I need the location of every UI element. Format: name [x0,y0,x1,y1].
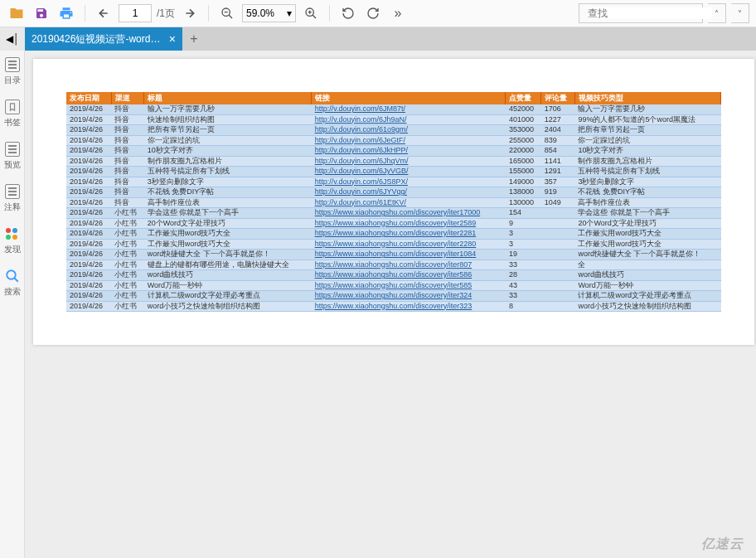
sidebar-label: 注释 [4,201,21,213]
table-row: 2019/4/26小红书工作最实用word技巧大全https://www.xia… [66,239,721,250]
print-button[interactable] [56,3,76,23]
link-cell[interactable]: https://www.xiaohongshu.com/discovery/it… [312,239,506,250]
prev-page-button[interactable] [94,3,114,23]
rotate-left-button[interactable] [338,3,358,23]
table-row: 2019/4/26小红书word小技巧之快速绘制组织结构图https://www… [66,301,721,312]
table-cell: 19 [506,250,541,260]
table-cell: 小红书 [111,229,143,240]
link-cell[interactable]: http://v.douyin.com/6Jh9aN/ [312,114,506,125]
search-next-button[interactable]: ˅ [731,3,749,23]
link-cell[interactable]: http://v.douyin.com/61EtKV/ [312,197,506,208]
zoom-out-button[interactable] [217,3,237,23]
table-row: 2019/4/26小红书计算机二级word文字处理必考重点https://www… [66,291,721,302]
link-cell[interactable]: http://v.douyin.com/6JhqVm/ [312,156,506,167]
table-cell: 3秒竖向删除文字 [144,177,312,187]
sidebar-discover[interactable]: 发现 [0,220,25,262]
table-cell [541,218,575,229]
table-cell: 计算机二级word文字处理必考重点 [144,291,312,302]
divider [208,5,209,22]
rotate-right-button[interactable] [363,3,383,23]
sidebar-preview[interactable]: 预览 [0,135,25,177]
page-number-input[interactable] [119,4,152,22]
table-cell: 学会这些 你就是下一个高手 [144,208,312,219]
table-cell: 99%的人都不知道的5个word黑魔法 [574,114,720,125]
more-button[interactable]: » [388,3,408,23]
toc-icon [5,57,20,72]
table-row: 2019/4/26抖音制作朋友圈九宫格相片http://v.douyin.com… [66,156,721,167]
link-cell[interactable]: https://www.xiaohongshu.com/discovery/it… [312,270,506,281]
table-cell: 401000 [506,114,541,125]
table-cell: 学会这些 你就是下一个高手 [574,208,720,219]
link-cell[interactable]: http://v.douyin.com/6JYVqg/ [312,187,506,198]
tab-bar: ◀│ 20190426短视频运营-word优质 × + [0,27,756,51]
main-area: 目录 书签 预览 注释 发现 搜索 发布日期渠道标题链接点赞量评论量视频技巧类型… [0,51,756,558]
table-cell: 2019/4/26 [66,250,111,260]
search-icon [5,269,20,284]
next-page-button[interactable] [180,3,200,23]
link-cell[interactable]: https://www.xiaohongshu.com/discovery/it… [312,250,506,260]
sidebar-annotate[interactable]: 注释 [0,177,25,220]
sidebar-label: 搜索 [4,286,21,298]
link-cell[interactable]: https://www.xiaohongshu.com/discovery/it… [312,229,506,240]
document-viewport[interactable]: 发布日期渠道标题链接点赞量评论量视频技巧类型 2019/4/26抖音输入一万字需… [25,51,756,558]
tab-close-button[interactable]: × [169,32,176,46]
table-cell: 制作朋友圈九宫格相片 [144,156,312,167]
zoom-select[interactable]: 59.0%▾ [242,4,296,22]
zoom-in-button[interactable] [301,3,321,23]
table-cell: 全 [574,260,720,270]
table-cell: Word万能一秒钟 [144,280,312,291]
new-tab-button[interactable]: + [182,27,206,51]
link-cell[interactable]: https://www.xiaohongshu.com/discovery/it… [312,260,506,270]
link-cell[interactable]: http://v.douyin.com/6JS8PX/ [312,177,506,187]
link-cell[interactable]: https://www.xiaohongshu.com/discovery/it… [312,301,506,312]
table-row: 2019/4/26小红书word曲线技巧https://www.xiaohong… [66,270,721,281]
sidebar-search[interactable]: 搜索 [0,262,25,304]
search-input[interactable] [588,7,712,19]
table-row: 2019/4/26抖音输入一万字需要几秒http://v.douyin.com/… [66,104,721,114]
table-cell: 2019/4/26 [66,229,111,240]
table-cell: 2019/4/26 [66,156,111,167]
table-cell: 2019/4/26 [66,280,111,291]
link-cell[interactable]: http://v.douyin.com/6JM87t/ [312,104,506,114]
svg-point-3 [7,270,16,279]
table-cell: 10秒文字对齐 [574,146,720,157]
table-cell [541,260,575,270]
link-cell[interactable]: http://v.douyin.com/61o9gm/ [312,125,506,136]
table-cell: 854 [541,146,575,157]
link-cell[interactable]: http://v.douyin.com/6JeGtF/ [312,135,506,146]
collapse-sidebar-button[interactable]: ◀│ [0,27,25,51]
sidebar-label: 发现 [4,244,21,255]
table-cell: 33 [506,260,541,270]
table-cell: 五种符号搞定所有下划线 [144,167,312,177]
document-tab[interactable]: 20190426短视频运营-word优质 × [25,27,182,51]
table-cell: 输入一万字需要几秒 [144,104,312,114]
table-cell: 小红书 [111,239,143,250]
link-cell[interactable]: https://www.xiaohongshu.com/discovery/it… [312,280,506,291]
table-cell: 2019/4/26 [66,135,111,146]
save-button[interactable] [32,3,51,23]
table-header: 发布日期 [66,92,111,104]
search-box[interactable] [579,3,703,23]
link-cell[interactable]: https://www.xiaohongshu.com/discovery/it… [312,208,506,219]
table-row: 2019/4/26小红书工作最实用word技巧大全https://www.xia… [66,229,721,240]
table-cell: 小红书 [111,291,143,302]
table-row: 2019/4/26抖音快速绘制组织结构图http://v.douyin.com/… [66,114,721,125]
table-cell [541,239,575,250]
table-cell: 工作最实用word技巧大全 [144,239,312,250]
table-row: 2019/4/26抖音高手制作座位表http://v.douyin.com/61… [66,197,721,208]
table-cell [541,229,575,240]
table-cell: 小红书 [111,218,143,229]
open-file-button[interactable] [7,3,27,23]
table-cell: 快速绘制组织结构图 [144,114,312,125]
sidebar-toc[interactable]: 目录 [0,51,25,93]
table-cell: word小技巧之快速绘制组织结构图 [144,301,312,312]
link-cell[interactable]: http://v.douyin.com/6JyVGB/ [312,167,506,177]
link-cell[interactable]: http://v.douyin.com/6JkHPP/ [312,146,506,157]
search-prev-button[interactable]: ˄ [708,3,726,23]
table-cell: 2019/4/26 [66,270,111,281]
sidebar-bookmark[interactable]: 书签 [0,93,25,135]
link-cell[interactable]: https://www.xiaohongshu.com/discovery/it… [312,218,506,229]
table-cell: 抖音 [111,156,143,167]
link-cell[interactable]: https://www.xiaohongshu.com/discovery/it… [312,291,506,302]
table-cell: 抖音 [111,197,143,208]
